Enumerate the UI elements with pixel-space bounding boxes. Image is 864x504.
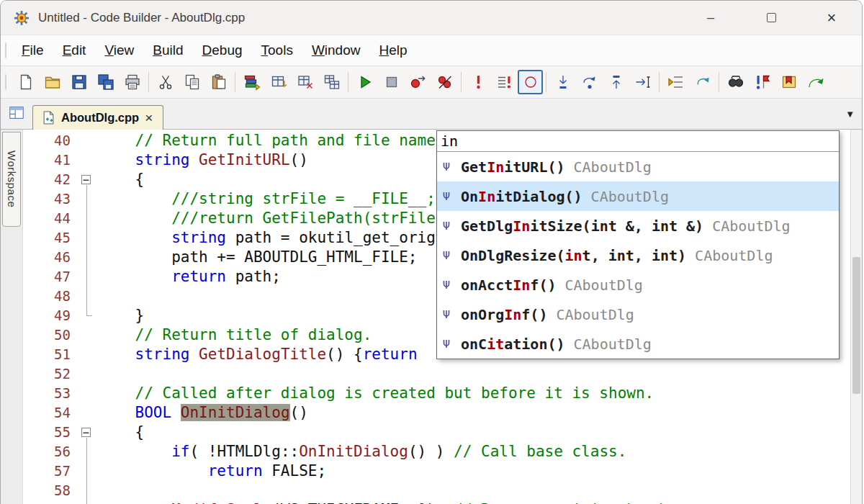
maximize-button[interactable] [741, 1, 801, 35]
go-to-origin-icon[interactable] [802, 69, 829, 95]
line-number[interactable]: 46 [23, 248, 75, 267]
line-number[interactable]: 55 [23, 423, 75, 442]
member-function-icon [441, 191, 458, 202]
autocomplete-item[interactable]: GetDlgInitSize(int &, int &)CAboutDlg [437, 211, 839, 240]
build-icon[interactable] [265, 69, 292, 95]
fold-margin [75, 481, 99, 500]
menu-help[interactable]: Help [369, 42, 416, 58]
menu-tools[interactable]: Tools [252, 42, 302, 58]
code-builder-window: Untitled - Code Builder - AboutDlg.cpp –… [0, 0, 863, 504]
toolbar-separator [719, 72, 719, 92]
minimize-button[interactable]: – [680, 1, 741, 35]
code-line[interactable]: 59 ModifyStyle(WS_THICKFRAME, 0); // Rem… [23, 500, 850, 504]
line-number[interactable]: 41 [23, 150, 75, 170]
line-number[interactable]: 59 [23, 500, 75, 504]
fold-margin[interactable]: – [75, 423, 99, 442]
toggle-bookmark-icon[interactable] [749, 69, 775, 95]
menu-window[interactable]: Window [302, 42, 370, 58]
line-number[interactable]: 58 [23, 481, 75, 500]
fold-margin [75, 325, 99, 345]
fold-collapse-icon[interactable]: – [81, 428, 91, 437]
save-all-icon[interactable] [92, 69, 119, 95]
fold-margin [75, 364, 99, 384]
fold-margin [75, 306, 99, 325]
error-list-icon[interactable] [491, 69, 518, 95]
fold-collapse-icon[interactable]: – [81, 175, 91, 184]
member-function-icon [441, 161, 458, 173]
code-line[interactable]: 53 // Called after dialog is created but… [23, 384, 850, 403]
autocomplete-item-class: CAboutDlg [574, 158, 652, 176]
line-number[interactable]: 50 [23, 325, 75, 345]
vertical-scrollbar[interactable] [850, 130, 862, 504]
line-number[interactable]: 44 [23, 209, 75, 228]
line-number[interactable]: 49 [23, 306, 75, 325]
fold-margin [75, 131, 99, 150]
toolbar-separator [461, 72, 462, 92]
undo-icon[interactable] [689, 69, 716, 95]
code-line[interactable]: 55– { [23, 423, 850, 442]
save-file-icon[interactable] [66, 69, 92, 95]
autocomplete-item[interactable]: GetInitURL()CAboutDlg [437, 152, 839, 181]
print-icon[interactable] [119, 69, 145, 95]
scrollbar-thumb[interactable] [852, 257, 860, 394]
line-number[interactable]: 48 [23, 287, 75, 306]
copy-icon[interactable] [179, 69, 205, 95]
code-line[interactable]: 54 BOOL OnInitDialog() [23, 403, 850, 423]
line-number[interactable]: 54 [23, 403, 75, 423]
build-all-icon[interactable] [318, 69, 345, 95]
rebuild-all-icon[interactable] [292, 69, 318, 95]
code-line[interactable]: 52 [23, 364, 850, 384]
toolbar-separator [348, 72, 348, 92]
line-number[interactable]: 47 [23, 267, 75, 287]
compile-icon[interactable] [238, 69, 265, 95]
run-icon[interactable] [351, 69, 378, 95]
clear-breakpoints-icon[interactable] [431, 69, 458, 95]
line-number[interactable]: 57 [23, 462, 75, 481]
line-number[interactable]: 42 [23, 170, 75, 189]
stop-icon[interactable] [378, 69, 405, 95]
show-next-statement-icon[interactable] [662, 69, 689, 95]
step-over-icon[interactable] [576, 69, 603, 95]
line-number[interactable]: 56 [23, 442, 75, 462]
step-out-icon[interactable] [603, 69, 629, 95]
line-number[interactable]: 52 [23, 364, 75, 384]
file-bookmarks-icon[interactable] [775, 69, 802, 95]
run-to-cursor-icon[interactable] [629, 69, 656, 95]
autocomplete-item[interactable]: OnInitDialog()CAboutDlg [437, 181, 839, 211]
open-file-icon[interactable] [39, 69, 66, 95]
menu-debug[interactable]: Debug [193, 42, 252, 58]
step-into-icon[interactable] [549, 69, 576, 95]
cut-icon[interactable] [152, 69, 179, 95]
workspace-side-tab[interactable]: Workspace [2, 132, 21, 227]
autocomplete-item[interactable]: onCitation()CAboutDlg [437, 329, 839, 359]
line-number[interactable]: 43 [23, 189, 75, 209]
autocomplete-item[interactable]: onOrgInf()CAboutDlg [437, 300, 839, 329]
code-line[interactable]: 56 if( !HTMLDlg::OnInitDialog() ) // Cal… [23, 442, 850, 462]
code-line[interactable]: 57 return FALSE; [23, 462, 850, 481]
menu-build[interactable]: Build [143, 42, 192, 58]
toggle-breakpoint-icon[interactable] [518, 70, 543, 94]
tab-aboutdlg-cpp[interactable]: AboutDlg.cpp × [32, 105, 163, 130]
find-in-files-icon[interactable] [722, 69, 749, 95]
line-number[interactable]: 45 [23, 228, 75, 248]
tab-label: AboutDlg.cpp [61, 111, 139, 125]
autocomplete-item[interactable]: onAcctInf()CAboutDlg [437, 270, 839, 300]
tab-close-icon[interactable]: × [143, 111, 154, 125]
code-line[interactable]: 58 [23, 481, 850, 500]
line-number[interactable]: 40 [23, 131, 75, 150]
close-button[interactable]: × [801, 1, 862, 35]
compile-errors-icon[interactable] [464, 69, 491, 95]
menu-file[interactable]: File [12, 42, 53, 58]
paste-icon[interactable] [205, 69, 232, 95]
skip-to-breakpoint-icon[interactable] [405, 69, 431, 95]
workspace-panes-icon[interactable] [6, 103, 27, 123]
tab-list-dropdown-icon[interactable]: ▼ [845, 109, 855, 120]
autocomplete-item-name: GetDlgInitSize(int &, int &) [461, 217, 703, 235]
fold-margin[interactable]: – [75, 170, 99, 189]
menu-edit[interactable]: Edit [53, 42, 96, 58]
new-file-icon[interactable] [12, 69, 39, 95]
line-number[interactable]: 53 [23, 384, 75, 403]
autocomplete-item[interactable]: OnDlgResize(int, int, int)CAboutDlg [437, 240, 839, 270]
menu-view[interactable]: View [95, 42, 143, 58]
line-number[interactable]: 51 [23, 345, 75, 364]
